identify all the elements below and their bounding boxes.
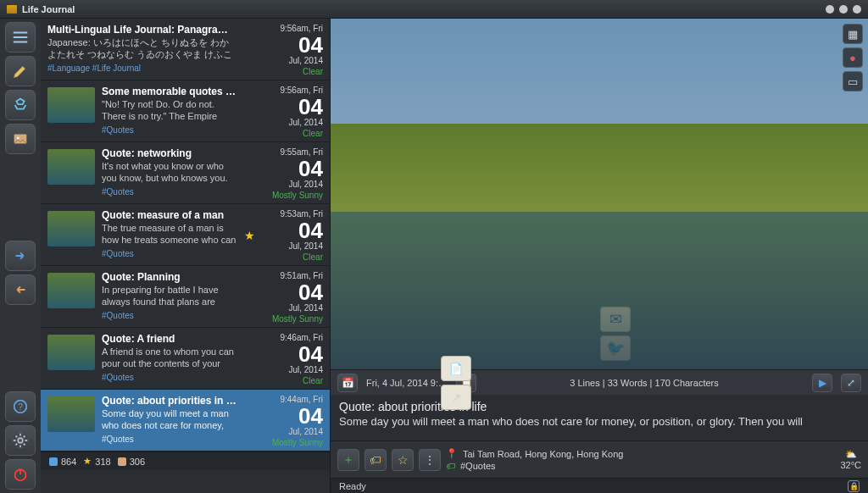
entry-star-icon[interactable] — [243, 24, 255, 76]
add-button[interactable]: ＋ — [337, 449, 359, 471]
total-count: 864 — [49, 457, 76, 467]
window-title: Life Journal — [22, 4, 821, 14]
entry-thumbnail — [47, 396, 95, 432]
new-entry-button[interactable] — [5, 56, 36, 86]
entry-row[interactable]: Quote: PlanningIn preparing for battle I… — [41, 266, 330, 328]
entry-weather: Mostly Sunny — [262, 191, 323, 200]
entry-meta: 9:53am, Fri04Jul, 2014Clear — [262, 209, 323, 262]
entry-star-icon[interactable] — [243, 333, 255, 385]
entry-star-icon[interactable] — [243, 86, 255, 138]
entry-day: 04 — [262, 281, 323, 303]
entry-tags: #Quotes — [102, 311, 236, 320]
menu-button[interactable] — [5, 22, 36, 53]
titlebar: Life Journal — [0, 0, 868, 19]
floating-overlay: 📄 ↗ — [441, 356, 471, 410]
entry-row[interactable]: Quote: networkingIt's not what you know … — [41, 142, 330, 204]
location-pin-icon: 📍 — [446, 448, 458, 459]
entry-tags: #Language #Life Journal — [47, 64, 236, 73]
play-button[interactable]: ▶ — [812, 374, 832, 392]
entry-title: Multi-Lingual Life Journal: Panagrams in… — [47, 24, 236, 36]
entry-title: Quote: measure of a man — [102, 209, 236, 221]
photo-pin-button[interactable]: ● — [843, 47, 863, 68]
star-button[interactable]: ☆ — [392, 449, 414, 471]
entry-title: Some memorable quotes by… — [102, 86, 236, 97]
entry-star-icon[interactable]: ★ — [243, 209, 255, 262]
entry-list[interactable]: Multi-Lingual Life Journal: Panagrams in… — [41, 19, 331, 493]
entry-row[interactable]: Multi-Lingual Life Journal: Panagrams in… — [41, 19, 330, 80]
entry-weather: Clear — [262, 129, 323, 138]
maximize-button[interactable] — [839, 5, 848, 14]
entry-date: Jul, 2014 — [262, 118, 323, 127]
fullscreen-button[interactable]: ⤢ — [841, 374, 861, 392]
share-mail-button[interactable]: ✉ — [600, 307, 631, 332]
more-button[interactable]: ⋮ — [419, 449, 441, 471]
entry-star-icon[interactable] — [243, 271, 255, 324]
import-button[interactable] — [5, 274, 36, 305]
recycle-button[interactable] — [5, 90, 36, 120]
entry-row[interactable]: Some memorable quotes by…"No! Try not! D… — [41, 80, 330, 142]
entry-day: 04 — [262, 343, 323, 365]
help-button[interactable]: ? — [5, 391, 36, 422]
entry-tags: #Quotes — [102, 249, 236, 258]
entry-excerpt: In preparing for battle I have always fo… — [102, 285, 236, 308]
entry-row[interactable]: Quote: measure of a manThe true measure … — [41, 204, 330, 266]
entry-star-icon[interactable] — [243, 395, 255, 447]
settings-button[interactable] — [5, 425, 36, 456]
svg-point-4 — [18, 438, 23, 443]
app-icon — [7, 5, 17, 14]
entry-meta: 9:56am, Fri04Jul, 2014Clear — [262, 86, 323, 138]
entry-title: Quote: about priorities in life — [102, 395, 236, 407]
entry-title: Quote: networking — [102, 147, 236, 159]
entry-day: 04 — [262, 158, 323, 180]
entry-meta: 9:55am, Fri04Jul, 2014Mostly Sunny — [262, 147, 323, 200]
entry-tags: #Quotes — [102, 373, 236, 382]
entry-date: Jul, 2014 — [262, 241, 323, 251]
gallery-button[interactable] — [5, 124, 36, 154]
editor-body: Some day you will meet a man who does no… — [339, 415, 860, 428]
sidebar: ? — [0, 19, 41, 493]
entry-meta: 9:44am, Fri04Jul, 2014Mostly Sunny — [262, 395, 323, 447]
entry-excerpt: Some day you will meet a man who does no… — [102, 408, 236, 432]
detail-pane: ▦ ● ▭ ✉ 🐦 📅 Fri, 4 Jul, 2014 9:… 📋 3 Lin… — [331, 19, 868, 493]
editor[interactable]: Quote: about priorities in life Some day… — [331, 395, 868, 440]
photo-gallery-button[interactable]: ▭ — [843, 71, 863, 91]
overlay-nav-icon[interactable]: ↗ — [441, 385, 471, 410]
entry-title: Quote: A friend — [102, 333, 236, 345]
calendar-button[interactable]: 📅 — [337, 374, 358, 392]
overlay-doc-icon[interactable]: 📄 — [441, 356, 471, 381]
entry-excerpt: Japanese: いろはにほへと ちりぬるを わかよたれそ つねならむ うゐの… — [47, 37, 236, 61]
entry-date: Jul, 2014 — [262, 56, 323, 65]
export-button[interactable] — [5, 241, 36, 271]
entry-row[interactable]: Quote: about priorities in lifeSome day … — [41, 390, 330, 451]
image-count: 306 — [118, 457, 145, 467]
entry-meta: 9:51am, Fri04Jul, 2014Mostly Sunny — [262, 271, 323, 324]
entry-weather: Clear — [262, 67, 323, 76]
photo-crop-button[interactable]: ▦ — [843, 24, 863, 44]
close-button[interactable] — [853, 5, 861, 14]
entry-day: 04 — [262, 96, 323, 118]
entry-thumbnail — [47, 273, 95, 308]
power-button[interactable] — [5, 459, 36, 490]
share-twitter-button[interactable]: 🐦 — [600, 335, 631, 361]
entry-excerpt: A friend is one to whom you can pour out… — [102, 346, 236, 370]
entry-weather: Clear — [262, 252, 323, 262]
entry-date: Jul, 2014 — [262, 427, 323, 436]
entry-day: 04 — [262, 405, 323, 427]
entry-excerpt: It's not what you know or who you know, … — [102, 161, 236, 185]
entry-thumbnail — [47, 149, 95, 185]
entry-excerpt: The true measure of a man is how he trea… — [102, 223, 236, 246]
entry-tags: #Quotes — [102, 125, 236, 135]
entry-thumbnail — [47, 335, 95, 370]
svg-point-1 — [17, 137, 19, 140]
entry-tags: #Quotes — [102, 187, 236, 197]
entry-star-icon[interactable] — [243, 147, 255, 200]
tag-icon: 🏷 — [446, 461, 455, 471]
entry-date: Jul, 2014 — [262, 365, 323, 374]
lock-icon[interactable]: 🔒 — [848, 480, 860, 492]
entry-title: Quote: Planning — [102, 271, 236, 283]
tag-button[interactable]: 🏷 — [364, 449, 387, 471]
temperature: 32°C — [840, 460, 861, 470]
entry-row[interactable]: Quote: A friendA friend is one to whom y… — [41, 328, 330, 390]
minimize-button[interactable] — [826, 5, 834, 14]
entry-weather: Mostly Sunny — [262, 438, 323, 447]
